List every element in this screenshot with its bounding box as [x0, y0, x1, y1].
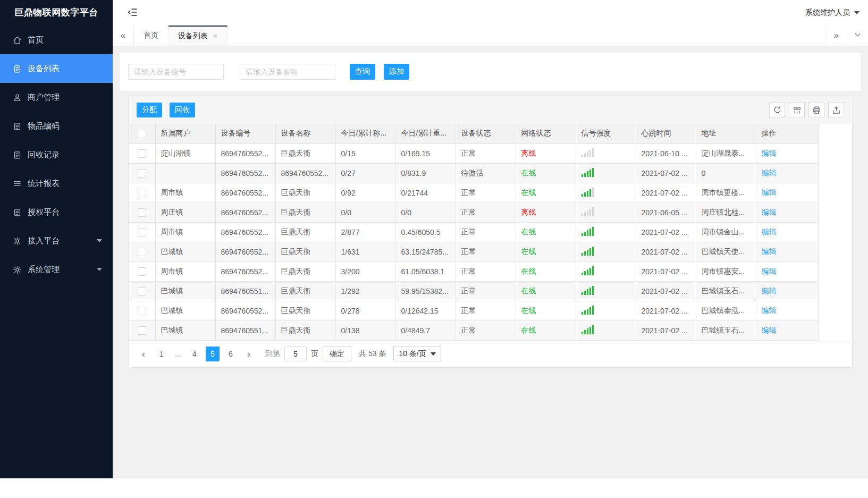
sidebar-item-authorization-platform[interactable]: 授权平台 [0, 198, 113, 226]
select-row-checkbox[interactable] [138, 169, 146, 178]
edit-link[interactable]: 编辑 [762, 326, 777, 334]
page-button-5[interactable]: 5 [206, 347, 220, 361]
heartbeat-time-cell: 2021-07-02 ... [636, 163, 696, 183]
page-button-1[interactable]: 1 [155, 347, 168, 361]
address-cell: 周庄镇北桂... [696, 202, 756, 222]
select-row-checkbox[interactable] [138, 189, 146, 197]
edit-link[interactable]: 编辑 [762, 267, 777, 275]
edit-link[interactable]: 编辑 [762, 168, 777, 177]
sidebar-item-label: 统计报表 [28, 179, 60, 189]
goto-confirm-button[interactable]: 确定 [323, 347, 351, 361]
select-all-checkbox[interactable] [138, 130, 146, 138]
sidebar-item-system-management[interactable]: 系统管理 [0, 255, 113, 284]
select-row-checkbox[interactable] [138, 287, 146, 296]
tab-home[interactable]: 首页 [134, 26, 168, 46]
export-button[interactable] [828, 102, 844, 118]
today-total-weight-cell: 0/0 [395, 202, 456, 222]
address-cell: 巴城镇天使... [696, 242, 756, 261]
sidebar-item-device-list[interactable]: 设备列表 [0, 54, 113, 83]
sidebar-item-item-code[interactable]: 物品编码 [0, 112, 113, 140]
signal-strength-cell [576, 183, 636, 202]
select-row-checkbox[interactable] [138, 267, 146, 276]
table-row: 淀山湖镇8694760552...巨鼎天衡0/150/169.15正常离线202… [129, 144, 818, 163]
device-name-input[interactable] [240, 64, 335, 80]
print-button[interactable] [808, 102, 824, 118]
select-row-checkbox[interactable] [138, 228, 146, 237]
sidebar-item-recycle-records[interactable]: 回收记录 [0, 140, 113, 169]
tabs-scroll-left-button[interactable]: « [113, 26, 134, 46]
network-status-cell: 在线 [516, 301, 576, 320]
collapse-sidebar-icon [128, 7, 138, 19]
double-chevron-right-icon: » [834, 30, 839, 41]
device-no-cell: 8694760552... [215, 242, 275, 261]
page-button-4[interactable]: 4 [188, 347, 201, 361]
select-row-checkbox[interactable] [138, 307, 146, 315]
merchant-cell: 周市镇 [155, 261, 215, 281]
pagination: ‹1...456›到第页确定共 53 条10 条/页 [129, 341, 852, 367]
toolbar-actions: 分配 回收 [137, 103, 195, 117]
prev-page-button[interactable]: ‹ [137, 347, 150, 361]
column-header: 设备编号 [215, 124, 275, 144]
device-no-cell: 8694760552... [215, 222, 275, 242]
tabs-scroll-right-button[interactable]: » [825, 26, 847, 46]
edit-link[interactable]: 编辑 [762, 188, 777, 197]
device-no-input[interactable] [128, 64, 224, 80]
user-name: 系统维护人员 [805, 8, 850, 18]
tabs-menu-button[interactable] [847, 26, 868, 46]
today-total-count-cell: 3/200 [335, 261, 395, 281]
select-cell [129, 301, 155, 320]
today-total-weight-cell: 0/21744 [395, 183, 456, 202]
refresh-button[interactable] [769, 102, 785, 118]
operation-cell: 编辑 [756, 242, 818, 261]
sidebar-item-statistics-report[interactable]: 统计报表 [0, 169, 113, 198]
edit-link[interactable]: 编辑 [762, 208, 777, 216]
sidebar-item-label: 回收记录 [28, 150, 60, 160]
page-size-select[interactable]: 10 条/页 [393, 347, 441, 361]
assign-button[interactable]: 分配 [137, 103, 162, 117]
select-row-checkbox[interactable] [138, 149, 146, 158]
device-no-cell: 8694760552... [215, 261, 275, 281]
sidebar-item-access-platform[interactable]: 接入平台 [0, 226, 113, 255]
edit-link[interactable]: 编辑 [762, 286, 777, 295]
page-unit-label: 页 [311, 349, 318, 359]
main-area: 系统维护人员 « 首页设备列表× » 查询 添加 [113, 0, 868, 478]
column-header: 地址 [696, 124, 756, 144]
page-button-6[interactable]: 6 [224, 347, 238, 361]
sidebar-item-label: 接入平台 [28, 236, 60, 246]
goto-page-input[interactable] [284, 347, 307, 361]
total-count-label: 共 53 条 [359, 349, 386, 359]
select-row-checkbox[interactable] [138, 326, 146, 335]
sidebar-collapse-button[interactable] [128, 6, 140, 19]
today-total-count-cell: 0/278 [335, 301, 395, 320]
edit-link[interactable]: 编辑 [762, 247, 777, 256]
sidebar-item-home[interactable]: 首页 [0, 26, 113, 54]
device-status-cell: 正常 [456, 202, 516, 222]
column-header: 设备名称 [275, 124, 335, 144]
user-menu[interactable]: 系统维护人员 [805, 8, 859, 18]
recycle-button[interactable]: 回收 [170, 103, 195, 117]
heartbeat-time-cell: 2021-07-02 ... [636, 261, 696, 281]
device-status-cell: 正常 [456, 281, 516, 301]
edit-link[interactable]: 编辑 [762, 227, 777, 236]
edit-link[interactable]: 编辑 [762, 149, 777, 157]
network-status-badge: 在线 [521, 306, 536, 315]
device-no-cell: 8694760552... [215, 183, 275, 202]
tab-close-icon[interactable]: × [213, 32, 217, 40]
network-status-cell: 在线 [516, 281, 576, 301]
operation-cell: 编辑 [756, 144, 818, 163]
heartbeat-time-cell: 2021-07-02 ... [636, 301, 696, 320]
device-table: 所属商户设备编号设备名称今日/累计称...今日/累计重...设备状态网络状态信号… [129, 124, 819, 341]
address-cell: 周市镇惠安... [696, 261, 756, 281]
edit-link[interactable]: 编辑 [762, 306, 777, 315]
column-header: 心跳时间 [636, 124, 696, 144]
query-button[interactable]: 查询 [350, 64, 375, 80]
today-total-count-cell: 0/0 [335, 202, 395, 222]
columns-filter-button[interactable] [789, 102, 805, 118]
add-button[interactable]: 添加 [384, 64, 409, 80]
today-total-weight-cell: 0/169.15 [395, 144, 456, 163]
sidebar-item-merchant-management[interactable]: 商户管理 [0, 83, 113, 112]
tab-device-list[interactable]: 设备列表× [168, 26, 227, 46]
select-row-checkbox[interactable] [138, 208, 146, 217]
next-page-button[interactable]: › [242, 347, 256, 361]
select-row-checkbox[interactable] [138, 248, 146, 256]
